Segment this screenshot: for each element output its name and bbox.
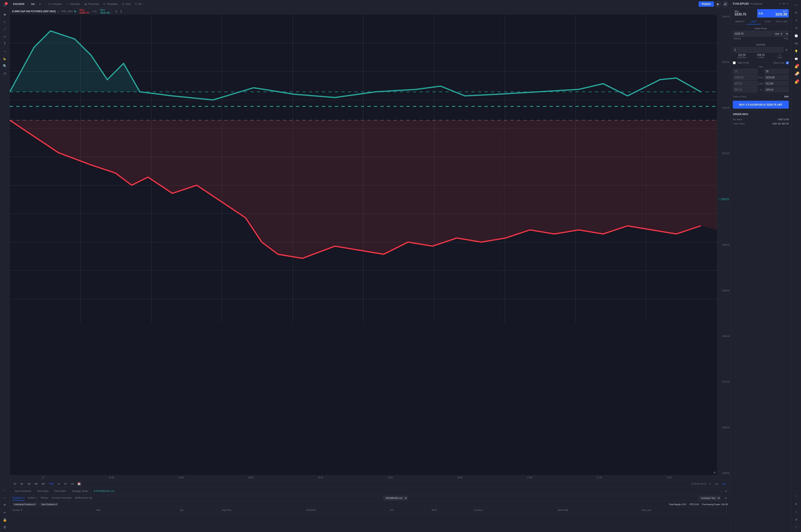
pen-tool-icon[interactable]: ✏: [2, 33, 8, 40]
menu-icon[interactable]: ☰ 9: [2, 2, 8, 8]
ot-stop-limit[interactable]: STOP LIMIT: [775, 19, 789, 24]
period-1y[interactable]: 1Y: [56, 482, 61, 486]
tp-price-input[interactable]: [733, 75, 758, 80]
sl-pips-input[interactable]: [764, 69, 789, 74]
tif-value[interactable]: DAY: [784, 95, 789, 98]
col-take-profit[interactable]: Take Profit: [558, 509, 641, 511]
pattern-tool-icon[interactable]: ⊹: [2, 48, 8, 55]
eye-icon[interactable]: 👁: [2, 502, 8, 508]
buy-order-btn[interactable]: BUY 1 F.US.EPU20 @ 3229.75 LMT: [733, 101, 789, 109]
qty-arrows[interactable]: ▲ ▼: [120, 10, 122, 14]
back-icon[interactable]: ←: [2, 487, 8, 494]
node-icon[interactable]: ⊛: [793, 501, 800, 507]
qty-input[interactable]: [113, 10, 119, 13]
trend-icon[interactable]: 〰: [793, 493, 800, 499]
col-stop-loss[interactable]: Stop Loss: [641, 509, 725, 511]
period-5y[interactable]: 5Y: [63, 482, 68, 486]
publish-btn[interactable]: Publish: [699, 1, 714, 7]
subtab-positions[interactable]: Positions 0: [12, 496, 24, 500]
ot-limit[interactable]: LIMIT: [747, 19, 761, 24]
maximize-btn[interactable]: ⊡: [724, 489, 728, 493]
keyboard-icon[interactable]: ⌨: [793, 40, 800, 47]
compare-btn[interactable]: + Compare: [47, 2, 63, 6]
templates-btn[interactable]: Templates: [101, 2, 120, 6]
absolute-label[interactable]: Absolute: [733, 37, 741, 40]
period-5d[interactable]: 5D: [19, 482, 24, 486]
buy-box[interactable]: BUY 3231.00: [98, 8, 111, 15]
order-close-icon[interactable]: ✕: [787, 2, 789, 5]
price-modifier-select[interactable]: Ask - 5 Bid - 5 Last: [772, 31, 789, 37]
minimize-btn[interactable]: —: [719, 489, 723, 493]
individual-positions-btn[interactable]: Individual Positions 0: [12, 502, 37, 506]
sound-btn[interactable]: 🔊: [722, 1, 729, 7]
period-ytd[interactable]: YTD: [48, 482, 55, 486]
auto-btn[interactable]: auto: [721, 482, 728, 486]
undo-icon[interactable]: ↩: [793, 2, 800, 8]
col-side[interactable]: Side: [96, 509, 180, 511]
lock-icon[interactable]: 🔒: [2, 516, 8, 523]
clock-icon[interactable]: 🕐: [793, 33, 800, 39]
broker-select[interactable]: IRONBEAM Live Ironbeam Test: [383, 496, 407, 500]
period-1d[interactable]: 1D: [12, 482, 18, 486]
col-ote-mvo[interactable]: OTE/MVO: [306, 509, 390, 511]
subtab-account-summary[interactable]: Account Summary: [52, 496, 72, 500]
col-qty[interactable]: Qty: [180, 509, 222, 511]
indicators-btn[interactable]: Indicators: [64, 2, 82, 6]
replay-btn[interactable]: Re...: [133, 2, 145, 6]
financials-btn[interactable]: Financials: [83, 2, 101, 6]
sb-buy[interactable]: BUY 3231.00: [765, 9, 789, 18]
sb-sell[interactable]: SELL 3230.75: [733, 9, 757, 18]
alert-btn[interactable]: Alert: [120, 2, 132, 6]
date-range-icon[interactable]: 📅: [77, 481, 81, 486]
symbol-display[interactable]: ESU2020: [12, 2, 26, 6]
tp-pct-input[interactable]: [733, 87, 758, 92]
period-3m[interactable]: 3M: [33, 482, 39, 486]
ruler-icon[interactable]: ━: [2, 495, 8, 501]
community-icon[interactable]: 📢 44: [793, 71, 800, 78]
diamond-icon[interactable]: ◇: [793, 508, 800, 515]
log-btn[interactable]: log: [714, 482, 720, 486]
sl-price-input[interactable]: [764, 75, 789, 80]
chart-type-btn[interactable]: [37, 2, 43, 6]
order-settings-icon[interactable]: ⚙: [783, 2, 785, 5]
tab-stock-screener[interactable]: Stock Screener: [12, 489, 34, 494]
notification-icon[interactable]: 🔔 2: [793, 79, 800, 86]
help-icon[interactable]: ?: [793, 524, 800, 530]
rs-close-icon[interactable]: ✕: [793, 17, 800, 24]
tab-pine-editor[interactable]: Pine Editor: [52, 489, 69, 494]
price-input[interactable]: [733, 31, 772, 37]
net-positions-btn[interactable]: Net Positions 0: [40, 502, 59, 506]
lightbulb-icon[interactable]: 💡: [793, 48, 800, 55]
col-mvo[interactable]: MVO: [432, 509, 474, 511]
period-6m[interactable]: 6M: [40, 482, 46, 486]
subtab-notifications[interactable]: Notifications log: [75, 496, 92, 500]
timeframe-btn[interactable]: 1m: [30, 2, 36, 6]
col-currency[interactable]: Currency: [474, 509, 558, 511]
percent-btn[interactable]: %: [708, 482, 712, 486]
tab-text-notes[interactable]: Text Notes: [35, 489, 51, 494]
measure-tool-icon[interactable]: 📐: [2, 55, 8, 62]
qty-calc-icon[interactable]: ⊞: [784, 47, 789, 53]
rs-settings-icon[interactable]: ⚙: [793, 10, 800, 16]
stop-loss-checkbox[interactable]: [786, 61, 789, 64]
tp-pips-input[interactable]: [733, 69, 758, 74]
play-btn[interactable]: ▶: [715, 1, 721, 7]
qty-control[interactable]: ▲ ▼: [113, 10, 122, 14]
refresh-icon[interactable]: ↩: [779, 2, 781, 5]
sl-pct-input[interactable]: [764, 87, 789, 92]
ot-stop[interactable]: STOP: [761, 19, 775, 24]
col-upl[interactable]: UPL: [390, 509, 432, 511]
line-tool-icon[interactable]: ╱: [2, 26, 8, 33]
layers-icon[interactable]: ⊟: [793, 516, 800, 522]
account-select[interactable]: Ironbeam Test: [699, 496, 721, 500]
zoom-tool-icon[interactable]: 🔍: [2, 63, 8, 69]
col-symbol[interactable]: Symbol ▼: [12, 509, 96, 511]
tp-usd-input[interactable]: [733, 81, 758, 86]
trash-icon[interactable]: 🗑: [2, 524, 8, 530]
period-all[interactable]: All: [70, 482, 75, 486]
take-profit-checkbox[interactable]: [733, 61, 736, 64]
chart-canvas[interactable]: 3234.00 3233.00 3232.00 3231.00 3230.75 …: [10, 15, 730, 475]
subtab-history[interactable]: History: [41, 496, 48, 500]
ticks-label[interactable]: Ticks: [784, 37, 788, 40]
chat-icon[interactable]: 💬: [793, 56, 800, 62]
